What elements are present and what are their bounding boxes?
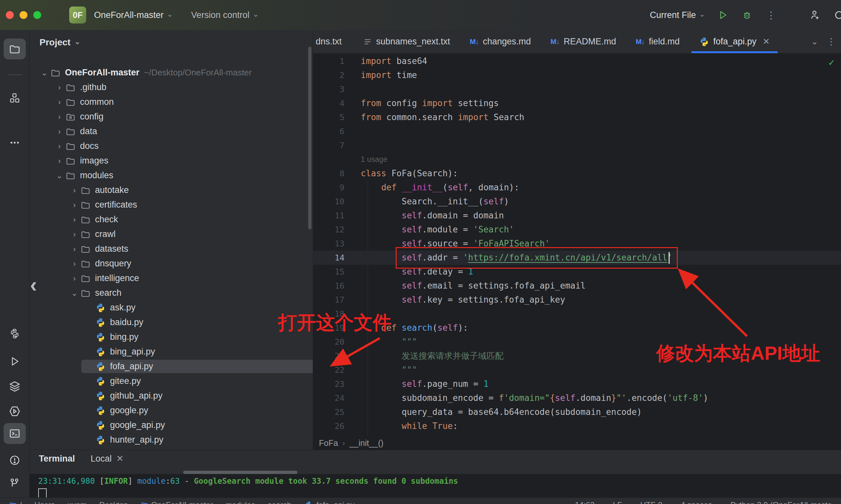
editor-tab-README.md[interactable]: M↓README.md (541, 30, 626, 53)
tree-item-bing_api.py[interactable]: bing_api.py (30, 344, 313, 359)
tree-item-docs[interactable]: ›docs (30, 139, 313, 154)
chevron-right-icon[interactable]: › (54, 142, 65, 151)
chevron-right-icon[interactable]: › (54, 127, 65, 136)
status-path-segment[interactable]: fofa_api.py (304, 500, 355, 504)
status-widget[interactable]: LF (613, 500, 622, 504)
terminal-scrollbar[interactable] (183, 471, 298, 474)
tree-item-modules[interactable]: ⌄modules (30, 168, 313, 183)
chevron-right-icon[interactable]: › (69, 274, 80, 283)
gutter-line-number[interactable]: 16 (313, 279, 344, 293)
minimize-window-button[interactable] (20, 11, 28, 19)
gutter-line-number[interactable]: 3 (313, 82, 344, 96)
status-widget[interactable]: Python 3.9 (OneForAll-maste (730, 500, 832, 504)
tool-window-button-version-control[interactable] (4, 473, 26, 493)
tree-item-certificates[interactable]: ›certificates (30, 197, 313, 212)
gutter-line-number[interactable]: 25 (313, 405, 344, 419)
gutter-line-number[interactable]: 21 (313, 349, 344, 363)
project-selector[interactable]: OneForAll-master⌄ (94, 10, 173, 20)
tree-item-hunter_api.py[interactable]: hunter_api.py (30, 433, 313, 447)
chevron-right-icon[interactable]: › (69, 259, 80, 268)
gutter-line-number[interactable]: 12 (313, 222, 344, 237)
chevron-down-icon[interactable]: ⌄ (69, 289, 80, 298)
tree-item-crawl[interactable]: ›crawl (30, 227, 313, 241)
gutter-line-number[interactable]: 27 (313, 433, 344, 436)
gutter-line-number[interactable]: 5 (313, 110, 344, 124)
status-path-segment[interactable]: Desktop (99, 500, 128, 504)
tree-item-check[interactable]: ›check (30, 212, 313, 227)
chevron-right-icon[interactable]: › (54, 83, 65, 92)
chevron-right-icon[interactable]: › (69, 245, 80, 254)
tree-item-OneForAll-master[interactable]: ⌄OneForAll-master~/Desktop/OneForAll-mas… (30, 65, 313, 80)
tool-window-button-terminal[interactable] (4, 423, 26, 444)
status-path-segment[interactable]: modules (226, 500, 255, 504)
terminal-tab-local[interactable]: Local ✕ (91, 453, 124, 464)
tree-item-gitee.py[interactable]: gitee.py (30, 374, 313, 389)
tree-item-intelligence[interactable]: ›intelligence (30, 271, 313, 286)
hide-panel-chevron[interactable]: ‹ (30, 275, 37, 294)
gutter-line-number[interactable]: 14 (313, 251, 344, 265)
chevron-right-icon[interactable]: › (69, 200, 80, 210)
tree-item-baidu.py[interactable]: baidu.py (30, 315, 313, 330)
tree-item-.github[interactable]: ›.github (30, 80, 313, 95)
tool-window-button-run[interactable] (4, 351, 26, 372)
tree-item-datasets[interactable]: ›datasets (30, 241, 313, 256)
breadcrumb-method[interactable]: __init__() (349, 438, 383, 448)
status-widget[interactable]: UTF-8 (640, 500, 662, 504)
status-breadcrumb-path[interactable]: /›Users›xunm›Desktop›OneForAll-master›mo… (9, 500, 355, 504)
tree-item-common[interactable]: ›common (30, 95, 313, 109)
gutter-line-number[interactable]: 24 (313, 391, 344, 405)
close-icon[interactable]: ✕ (116, 453, 124, 464)
gutter-line-number[interactable]: 23 (313, 377, 344, 391)
gutter-line-number[interactable]: 17 (313, 293, 344, 307)
gutter-line-number[interactable]: 26 (313, 419, 344, 433)
vcs-selector[interactable]: Version control⌄ (191, 10, 258, 20)
status-path-segment[interactable]: Users (34, 500, 55, 504)
gutter-line-number[interactable]: 10 (313, 195, 344, 209)
editor-tab-fofa_api.py[interactable]: fofa_api.py✕ (690, 30, 780, 53)
zoom-window-button[interactable] (33, 11, 41, 19)
gutter-line-number[interactable]: 22 (313, 363, 344, 377)
terminal-panel-title[interactable]: Terminal (39, 454, 75, 464)
tree-item-autotake[interactable]: ›autotake (30, 183, 313, 197)
run-configuration-selector[interactable]: Current File⌄ (650, 10, 705, 20)
tool-window-button-more-tool-windows[interactable] (4, 132, 26, 153)
chevron-right-icon[interactable]: › (69, 215, 80, 224)
tree-item-dnsquery[interactable]: ›dnsquery (30, 256, 313, 271)
status-path-segment[interactable]: xunm (68, 500, 87, 504)
run-button[interactable] (716, 8, 729, 21)
chevron-right-icon[interactable]: › (54, 112, 65, 122)
breadcrumb-class[interactable]: FoFa (319, 438, 338, 448)
tree-item-config[interactable]: ›config (30, 109, 313, 124)
more-actions-menu[interactable]: ⋮ (765, 8, 778, 21)
tree-item-google_api.py[interactable]: google_api.py (30, 418, 313, 433)
status-widget[interactable]: 14:62 (575, 500, 594, 504)
chevron-right-icon[interactable]: › (54, 156, 65, 165)
tool-window-button-python-packages[interactable] (4, 323, 26, 344)
gutter-line-number[interactable]: 7 (313, 139, 344, 152)
close-window-button[interactable] (6, 11, 14, 19)
search-everywhere-icon[interactable] (833, 8, 841, 21)
editor-tab-field.md[interactable]: M↓field.md (626, 30, 690, 53)
tree-item-search[interactable]: ⌄search (30, 286, 313, 300)
tool-window-button-problems[interactable] (4, 450, 26, 471)
close-icon[interactable]: ✕ (763, 37, 770, 47)
tree-item-images[interactable]: ›images (30, 154, 313, 168)
tool-window-button-python-console[interactable] (4, 401, 26, 422)
gutter-line-number[interactable]: 11 (313, 209, 344, 222)
gutter-line-number[interactable]: 6 (313, 124, 344, 139)
tree-item-ask.py[interactable]: ask.py (30, 300, 313, 315)
editor-tab-changes.md[interactable]: M↓changes.md (460, 30, 541, 53)
chevron-right-icon[interactable]: › (69, 230, 80, 239)
gutter-line-number[interactable]: 8 (313, 166, 344, 181)
tool-window-button-services[interactable] (4, 376, 26, 397)
gutter-line-number[interactable]: 2 (313, 68, 344, 82)
tree-item-data[interactable]: ›data (30, 124, 313, 139)
tree-item-github_api.py[interactable]: github_api.py (30, 389, 313, 403)
debug-button[interactable] (740, 8, 753, 21)
gutter-line-number[interactable]: 20 (313, 335, 344, 349)
chevron-down-icon[interactable]: ⌄ (39, 68, 50, 77)
tab-options-kebab-icon[interactable]: ⋮ (827, 36, 836, 47)
usage-hint-inlay[interactable]: 1 usage (361, 152, 388, 166)
gutter-line-number[interactable]: 1 (313, 54, 344, 68)
tree-item-google.py[interactable]: google.py (30, 403, 313, 418)
